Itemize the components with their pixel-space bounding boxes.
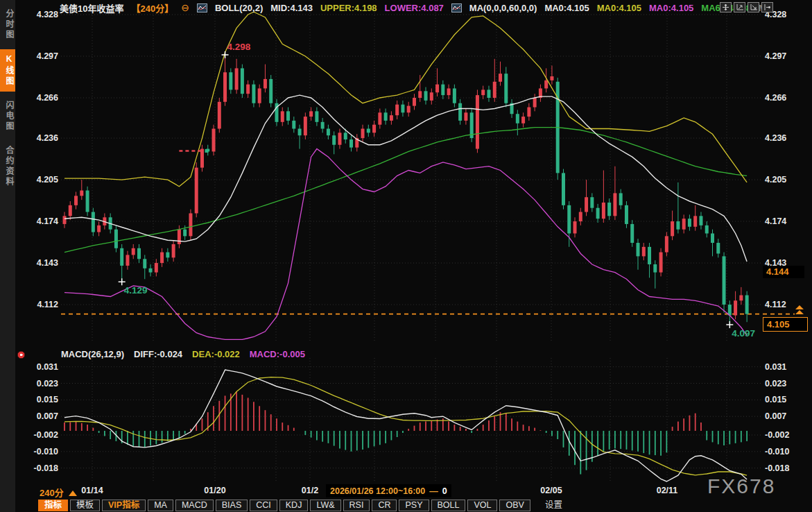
axis-label: 4.174 (17, 216, 58, 227)
axis-label: 0.015 (17, 395, 58, 405)
macd-macd-value: MACD:-0.005 (250, 349, 305, 359)
indicator-button-BOLL[interactable]: BOLL (431, 500, 466, 511)
axis-zoom-left-icon[interactable] (734, 2, 745, 12)
axis-label: 0.023 (17, 379, 58, 389)
axis-label: 4.328 (17, 10, 58, 20)
axis-label: 0.007 (765, 411, 808, 422)
indicator-button-KDJ[interactable]: KDJ (279, 500, 309, 511)
axis-label: -0.010 (17, 447, 58, 457)
svg-text:4.097: 4.097 (732, 328, 755, 339)
window-controls (720, 2, 773, 12)
indicator-button-CCI[interactable]: CCI (250, 500, 277, 511)
timeframe-selector[interactable]: 240分 (40, 486, 77, 499)
axis-label: 0.015 (765, 395, 808, 405)
ma-label: MA(0,0,0,60,0,0) (469, 3, 537, 13)
toolbar-tab-VIP指标[interactable]: VIP指标 (102, 500, 146, 511)
axis-label: 4.236 (17, 133, 58, 144)
axis-label: -0.002 (765, 430, 808, 441)
axis-label: 4.112 (17, 300, 58, 310)
sidebar-tab-合约资料[interactable]: 合约资料 (0, 141, 15, 192)
xaxis-date: 02/11 (648, 486, 686, 495)
indicator-button-LW&[interactable]: LW& (310, 500, 340, 511)
axis-label: -0.018 (765, 463, 808, 474)
axis-label: 0.023 (765, 379, 808, 389)
axis-label: 0.007 (17, 411, 58, 422)
axis-zoom-right-icon[interactable] (748, 2, 759, 12)
indicator-button-VOL[interactable]: VOL (467, 500, 497, 511)
chart-canvas[interactable]: 4.2984.1294.097 (0, 0, 812, 512)
last-price-tag: 4.105 (763, 317, 808, 332)
price-alert-arrows-icon[interactable] (795, 305, 804, 314)
indicator-button-PSY[interactable]: PSY (399, 500, 429, 511)
tooltip-dash: — (429, 486, 438, 496)
axis-label: 4.297 (17, 51, 58, 62)
time-axis: 240分 2026/01/26 12:00~16:00 — 0 01/1401/… (0, 484, 812, 498)
instrument-title: 美债10年收益率 (60, 1, 123, 15)
ma0-value-1: MA0:4.105 (544, 3, 589, 13)
indicator-button-MA[interactable]: MA (148, 500, 173, 511)
xaxis-date: 02/05 (532, 486, 571, 495)
axis-label: -0.002 (17, 430, 58, 441)
crosshair-tooltip: 2026/01/26 12:00~16:00 — 0 (326, 484, 451, 497)
axis-label: -0.018 (17, 463, 58, 474)
toolbar-tab-指标[interactable]: 指标 (38, 500, 68, 511)
timeframe-label: 240分 (40, 488, 64, 498)
macd-header: MACD(26,12,9) DIFF:-0.024 DEA:-0.022 MAC… (61, 349, 305, 359)
boll-lower-value: LOWER:4.087 (385, 3, 444, 13)
sidebar-tab-闪电图[interactable]: 闪电图 (0, 96, 15, 137)
boll-chart-icon[interactable] (197, 3, 207, 12)
indicator-button-OBV[interactable]: OBV (499, 500, 530, 511)
indicator-button-CR[interactable]: CR (372, 500, 397, 511)
settings-button[interactable]: 设置 (539, 500, 568, 511)
axis-label: 4.205 (17, 175, 58, 185)
xaxis-date: 01/14 (73, 486, 112, 495)
mid-price-tag: 4.144 (763, 266, 804, 278)
ma-chart-icon[interactable] (451, 3, 462, 12)
axis-label: 4.266 (765, 93, 808, 103)
tooltip-datetime: 2026/01/26 12:00~16:00 (330, 486, 425, 496)
axis-label: 4.174 (765, 216, 808, 227)
macd-dea-value: DEA:-0.022 (192, 349, 240, 359)
boll-mid-value: MID:4.143 (270, 3, 313, 13)
chart-header: 美债10年收益率【240分】⊖ BOLL(20,2) MID:4.143 UPP… (60, 2, 766, 13)
macd-title: MACD(26,12,9) (61, 349, 124, 359)
axis-label: 4.236 (765, 133, 808, 144)
axis-label: 0.031 (17, 362, 58, 373)
collapse-icon[interactable]: ⊖ (181, 2, 189, 13)
ma0-value-2: MA0:4.105 (597, 3, 641, 13)
axis-label: 4.266 (17, 93, 58, 103)
watermark: FX678 (707, 475, 775, 498)
indicator-button-RSI[interactable]: RSI (343, 500, 370, 511)
ma0-value-3: MA0:4.105 (649, 3, 693, 13)
sidebar-tab-分时图[interactable]: 分时图 (0, 4, 15, 45)
macd-diff-value: DIFF:-0.024 (134, 349, 182, 359)
indicator-button-BIAS[interactable]: BIAS (216, 500, 248, 511)
indicator-dot-icon[interactable] (17, 351, 25, 359)
axis-label: 0.031 (765, 362, 808, 373)
sidebar-tab-K线图[interactable]: K线图 (0, 49, 15, 92)
boll-label: BOLL(20,2) (215, 3, 263, 13)
tooltip-value: 0 (442, 486, 447, 496)
toolbar-tab-模板[interactable]: 模板 (70, 500, 100, 511)
sidebar: 分时图K线图闪电图合约资料 (0, 0, 15, 512)
axis-label: -0.010 (765, 447, 808, 457)
axis-label: 4.297 (765, 51, 808, 62)
indicator-toolbar: 指标模板VIP指标MAMACDBIASCCIKDJLW&RSICRPSYBOLL… (38, 499, 568, 512)
svg-text:4.129: 4.129 (124, 285, 148, 296)
period-label: 【240分】 (131, 1, 173, 15)
pane-shift-icon[interactable] (761, 2, 773, 12)
xaxis-date: 01/20 (196, 486, 234, 495)
indicator-button-MACD[interactable]: MACD (175, 500, 214, 511)
axis-label: 4.205 (765, 175, 808, 185)
pan-icon[interactable] (720, 2, 732, 12)
axis-label: 4.143 (17, 258, 58, 268)
xaxis-date: 01/2 (291, 486, 329, 495)
boll-upper-value: UPPER:4.198 (320, 3, 377, 13)
svg-text:4.298: 4.298 (227, 42, 251, 52)
trading-app: 4.2984.1294.097 分时图K线图闪电图合约资料 美债10年收益率【2… (0, 0, 812, 512)
